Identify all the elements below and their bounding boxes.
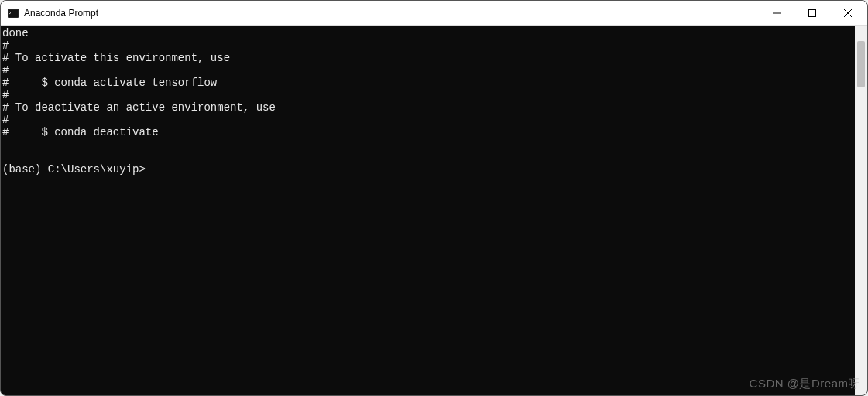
titlebar[interactable]: Anaconda Prompt [1,1,867,26]
window-controls [759,1,866,25]
window-title: Anaconda Prompt [24,8,759,19]
terminal-area: done # # To activate this environment, u… [1,26,867,395]
minimize-button[interactable] [759,1,794,25]
scrollbar-vertical[interactable] [855,26,867,395]
app-window: Anaconda Prompt done # # To activate thi… [0,0,868,396]
close-button[interactable] [830,1,866,25]
terminal-output[interactable]: done # # To activate this environment, u… [1,26,855,395]
maximize-button[interactable] [794,1,830,25]
scrollbar-thumb[interactable] [857,41,865,87]
svg-rect-3 [809,9,816,16]
app-icon [7,7,19,19]
